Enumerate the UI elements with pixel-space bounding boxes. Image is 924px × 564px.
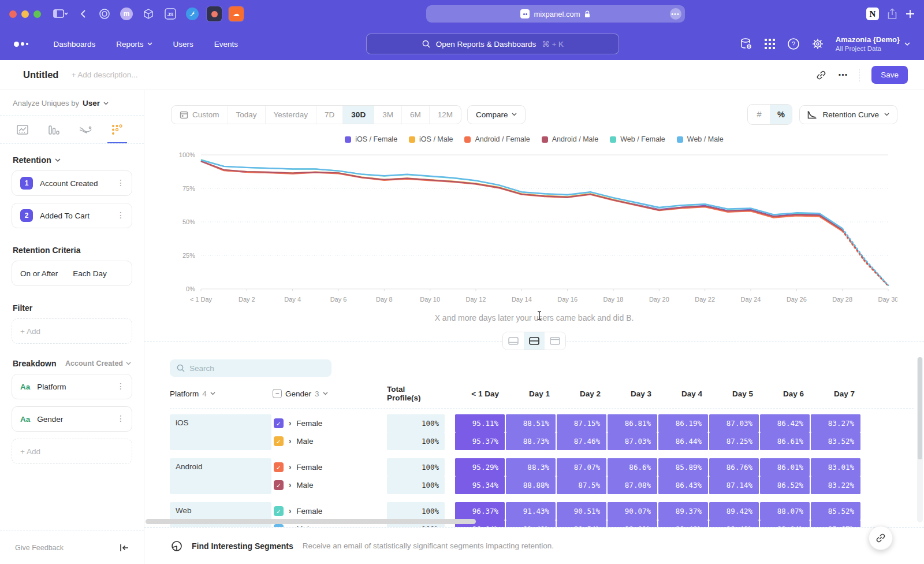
window-controls[interactable] — [9, 10, 41, 18]
layout-chart-only-button[interactable] — [503, 332, 524, 350]
cube-extension-icon[interactable] — [140, 6, 157, 22]
global-search-input[interactable]: Open Reports & Dashboards ⌘ + K — [366, 34, 619, 54]
close-window-button[interactable] — [9, 10, 17, 18]
project-switcher[interactable]: Amazonia {Demo} All Project Data — [836, 35, 910, 53]
column-header-total[interactable]: Total Profile(s) — [387, 385, 445, 402]
percent-values-toggle[interactable]: % — [770, 105, 792, 124]
retention-criteria-card[interactable]: On or After Each Day — [12, 261, 132, 286]
apps-grid-icon[interactable] — [764, 38, 776, 50]
report-title[interactable]: Untitled — [23, 69, 58, 80]
breakdown-platform[interactable]: Aa Platform ⋮ — [12, 374, 132, 399]
retention-value-cell[interactable]: 87.03% — [608, 432, 657, 450]
retention-value-cell[interactable]: 87.15% — [557, 414, 606, 432]
gender-row-android-male[interactable]: ✓›Male — [273, 476, 386, 494]
column-header-day-6[interactable]: Day 6 — [760, 389, 810, 398]
expand-row-icon[interactable]: › — [289, 524, 291, 527]
series-checkbox[interactable]: ✓ — [274, 480, 284, 490]
tab-insights[interactable] — [13, 121, 32, 143]
series-checkbox[interactable]: ✓ — [274, 436, 284, 446]
retention-value-cell[interactable]: 89.48% — [658, 520, 708, 527]
collapse-sidebar-icon[interactable] — [120, 544, 129, 552]
retention-value-cell[interactable]: 87.07% — [557, 458, 606, 476]
retention-value-cell[interactable]: 91.41% — [506, 520, 556, 527]
nav-users[interactable]: Users — [165, 35, 202, 53]
step-menu-icon[interactable]: ⋮ — [117, 181, 125, 185]
minimize-window-button[interactable] — [21, 10, 29, 18]
range-6m[interactable]: 6M — [401, 106, 429, 124]
expand-row-icon[interactable]: › — [289, 462, 291, 472]
column-header-platform[interactable]: Platform4 — [170, 389, 271, 398]
retention-value-cell[interactable]: 88.3% — [506, 458, 556, 476]
legend-item[interactable]: iOS / Male — [409, 135, 453, 143]
legend-item[interactable]: Android / Female — [464, 135, 530, 143]
column-header-day-4[interactable]: Day 4 — [658, 389, 708, 398]
chart-type-button[interactable]: Retention Curve — [799, 105, 897, 124]
breakdown-property-name[interactable]: Gender — [37, 415, 110, 424]
platform-cell[interactable]: iOS — [170, 414, 271, 450]
compare-button[interactable]: Compare — [467, 105, 526, 124]
retention-value-cell[interactable]: 88.73% — [506, 432, 556, 450]
notion-extension-icon[interactable]: N — [866, 8, 879, 20]
retention-value-cell[interactable]: 90.01% — [608, 520, 657, 527]
retention-step-1[interactable]: 1 Account Created ⋮ — [12, 170, 132, 196]
retention-value-cell[interactable]: 86.19% — [658, 414, 708, 432]
retention-value-cell[interactable]: 86.6% — [608, 458, 657, 476]
retention-value-cell[interactable]: 89.37% — [658, 502, 708, 520]
expand-row-icon[interactable]: › — [289, 436, 291, 446]
retention-value-cell[interactable]: 88.07% — [760, 502, 810, 520]
maximize-window-button[interactable] — [33, 10, 41, 18]
retention-value-cell[interactable]: 89.48% — [709, 520, 759, 527]
retention-value-cell[interactable]: 95.34% — [455, 476, 505, 494]
range-7d[interactable]: 7D — [316, 106, 342, 124]
range-yesterday[interactable]: Yesterday — [265, 106, 316, 124]
horizontal-scrollbar[interactable] — [146, 519, 476, 524]
range-custom[interactable]: Custom — [172, 106, 228, 124]
retention-value-cell[interactable]: 86.61% — [760, 432, 810, 450]
segments-title[interactable]: Find Interesting Segments — [192, 541, 293, 551]
settings-gear-icon[interactable] — [811, 38, 824, 50]
retention-value-cell[interactable]: 85.52% — [811, 502, 860, 520]
absolute-values-toggle[interactable]: # — [748, 105, 770, 124]
retention-value-cell[interactable]: 83.52% — [811, 432, 860, 450]
series-checkbox[interactable]: ✓ — [274, 418, 284, 428]
vertical-scrollbar[interactable] — [917, 357, 923, 522]
analyze-value[interactable]: User — [83, 99, 100, 107]
legend-item[interactable]: iOS / Female — [345, 135, 397, 143]
retention-value-cell[interactable]: 86.81% — [608, 414, 657, 432]
breakdown-menu-icon[interactable]: ⋮ — [117, 417, 125, 421]
nav-reports[interactable]: Reports — [108, 35, 160, 53]
range-today[interactable]: Today — [228, 106, 265, 124]
retention-value-cell[interactable]: 90.54% — [557, 520, 606, 527]
tab-retention[interactable] — [107, 121, 127, 143]
column-header-day-5[interactable]: Day 5 — [709, 389, 759, 398]
retention-step-2[interactable]: 2 Added To Cart ⋮ — [12, 203, 132, 228]
retention-value-cell[interactable]: 86.43% — [658, 476, 708, 494]
analyze-uniques-row[interactable]: Analyze Uniques by User — [0, 90, 144, 116]
layout-split-button[interactable] — [524, 332, 545, 350]
back-button[interactable] — [74, 6, 91, 22]
nav-events[interactable]: Events — [206, 35, 246, 53]
criteria-operator[interactable]: On or After — [20, 269, 58, 278]
gender-row-android-female[interactable]: ✓›Female — [273, 458, 386, 476]
retention-value-cell[interactable]: 90.07% — [608, 502, 657, 520]
save-button[interactable]: Save — [871, 66, 908, 84]
range-3m[interactable]: 3M — [374, 106, 401, 124]
retention-value-cell[interactable]: 88.51% — [506, 414, 556, 432]
legend-item[interactable]: Web / Male — [677, 135, 724, 143]
expand-row-icon[interactable]: › — [289, 506, 291, 516]
retention-value-cell[interactable]: 83.27% — [811, 414, 860, 432]
share-icon[interactable] — [887, 8, 897, 20]
retention-value-cell[interactable]: 87.08% — [608, 476, 657, 494]
column-header-day-7[interactable]: Day 7 — [811, 389, 860, 398]
breakdown-gender[interactable]: Aa Gender ⋮ — [12, 406, 132, 432]
legend-item[interactable]: Web / Female — [610, 135, 665, 143]
help-icon[interactable]: ? — [787, 38, 800, 50]
legend-item[interactable]: Android / Male — [542, 135, 599, 143]
breakdown-menu-icon[interactable]: ⋮ — [117, 385, 125, 388]
tab-funnels[interactable] — [44, 121, 64, 143]
criteria-interval[interactable]: Each Day — [73, 269, 125, 278]
bird-extension-icon[interactable] — [184, 6, 200, 22]
column-header-day-1[interactable]: Day 1 — [506, 389, 556, 398]
breakdown-property-name[interactable]: Platform — [37, 383, 110, 391]
add-filter-button[interactable]: + Add — [12, 318, 132, 344]
